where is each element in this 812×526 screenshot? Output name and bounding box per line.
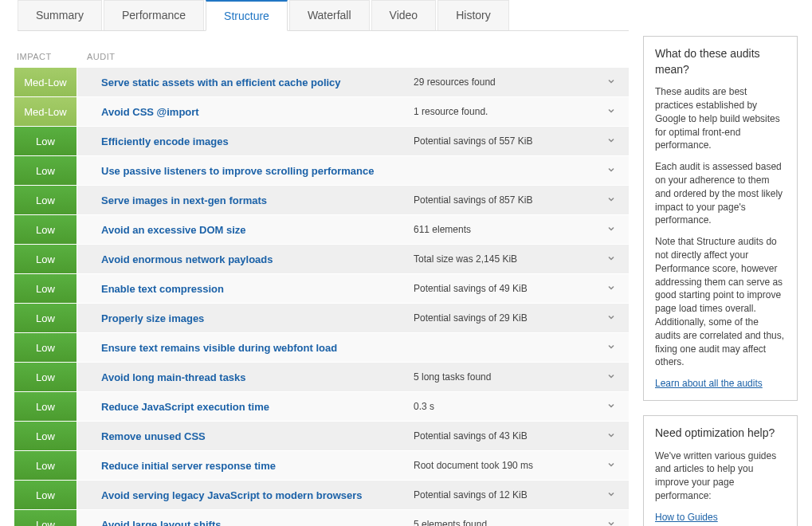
box-text: Each audit is assessed based on your adh…	[655, 160, 786, 227]
audit-title-link[interactable]: Avoid serving legacy JavaScript to moder…	[101, 489, 414, 501]
impact-badge: Low	[14, 363, 76, 391]
tab-summary[interactable]: Summary	[18, 0, 102, 30]
audit-title-link[interactable]: Avoid an excessive DOM size	[101, 224, 414, 236]
audit-detail: Potential savings of 29 KiB	[414, 312, 605, 324]
audit-row: LowAvoid enormous network payloadsTotal …	[14, 245, 629, 273]
impact-badge: Low	[14, 304, 76, 332]
audit-detail: Root document took 190 ms	[414, 460, 605, 471]
impact-badge: Low	[14, 392, 76, 421]
header-impact: IMPACT	[17, 52, 79, 61]
audit-title-link[interactable]: Avoid enormous network payloads	[101, 253, 414, 265]
audit-title-link[interactable]: Reduce JavaScript execution time	[101, 401, 414, 413]
chevron-down-icon[interactable]	[605, 489, 622, 501]
audit-title-link[interactable]: Properly size images	[101, 312, 414, 324]
header-audit: AUDIT	[79, 52, 629, 61]
tab-waterfall[interactable]: Waterfall	[289, 0, 370, 30]
audit-row: LowEfficiently encode imagesPotential sa…	[14, 127, 629, 155]
chevron-down-icon[interactable]	[605, 283, 622, 295]
box-text: These audits are best practices establis…	[655, 85, 786, 152]
audit-title-link[interactable]: Serve images in next-gen formats	[101, 194, 414, 206]
tab-history[interactable]: History	[437, 0, 509, 30]
impact-badge: Low	[14, 215, 76, 244]
impact-badge: Low	[14, 274, 76, 303]
impact-badge: Low	[14, 422, 76, 450]
chevron-down-icon[interactable]	[605, 371, 622, 383]
chevron-down-icon[interactable]	[605, 430, 622, 442]
audit-detail: 611 elements	[414, 224, 605, 235]
audit-detail: 1 resource found.	[414, 106, 605, 117]
chevron-down-icon[interactable]	[605, 135, 622, 147]
impact-badge: Low	[14, 451, 76, 480]
chevron-down-icon[interactable]	[605, 194, 622, 206]
tabs: SummaryPerformanceStructureWaterfallVide…	[18, 0, 629, 31]
impact-badge: Med-Low	[14, 68, 76, 96]
box-text: We've written various guides and article…	[655, 449, 786, 503]
audit-title-link[interactable]: Ensure text remains visible during webfo…	[101, 342, 414, 354]
chevron-down-icon[interactable]	[605, 77, 622, 88]
impact-badge: Low	[14, 333, 76, 362]
audit-row: LowEnable text compressionPotential savi…	[14, 274, 629, 303]
audit-row: LowReduce initial server response timeRo…	[14, 451, 629, 480]
tab-video[interactable]: Video	[371, 0, 437, 30]
audit-title-link[interactable]: Avoid CSS @import	[101, 106, 414, 118]
audit-list: Med-LowServe static assets with an effic…	[14, 68, 629, 526]
box-title: Need optimization help?	[655, 426, 786, 442]
audit-detail: Total size was 2,145 KiB	[414, 253, 605, 265]
audit-detail: 5 long tasks found	[414, 371, 605, 383]
audit-title-link[interactable]: Enable text compression	[101, 283, 414, 295]
audit-row: LowAvoid serving legacy JavaScript to mo…	[14, 481, 629, 509]
audit-row: Med-LowServe static assets with an effic…	[14, 68, 629, 96]
chevron-down-icon[interactable]	[605, 401, 622, 413]
audit-detail: Potential savings of 12 KiB	[414, 489, 605, 500]
audit-row: LowReduce JavaScript execution time0.3 s	[14, 392, 629, 421]
audit-detail: 5 elements found	[414, 519, 605, 526]
chevron-down-icon[interactable]	[605, 519, 622, 527]
how-to-guides-link[interactable]: How to Guides	[655, 511, 786, 524]
audit-detail: Potential savings of 43 KiB	[414, 430, 605, 442]
audit-detail: Potential savings of 557 KiB	[414, 135, 605, 147]
audit-detail: 29 resources found	[414, 77, 605, 88]
audit-row: LowAvoid long main-thread tasks5 long ta…	[14, 363, 629, 391]
impact-badge: Low	[14, 186, 76, 214]
audit-title-link[interactable]: Avoid long main-thread tasks	[101, 371, 414, 383]
impact-badge: Low	[14, 156, 76, 185]
chevron-down-icon[interactable]	[605, 165, 622, 177]
chevron-down-icon[interactable]	[605, 312, 622, 324]
learn-audits-link[interactable]: Learn about all the audits	[655, 378, 763, 389]
audit-row: LowAvoid large layout shifts5 elements f…	[14, 510, 629, 526]
chevron-down-icon[interactable]	[605, 106, 622, 118]
chevron-down-icon[interactable]	[605, 460, 622, 472]
audit-row: LowAvoid an excessive DOM size611 elemen…	[14, 215, 629, 244]
box-title: What do these audits mean?	[655, 46, 786, 77]
audit-detail: Potential savings of 857 KiB	[414, 194, 605, 206]
audit-detail: 0.3 s	[414, 401, 605, 412]
audit-row: LowRemove unused CSSPotential savings of…	[14, 422, 629, 450]
audit-title-link[interactable]: Reduce initial server response time	[101, 460, 414, 472]
audit-title-link[interactable]: Use passive listeners to improve scrolli…	[101, 165, 414, 177]
tab-performance[interactable]: Performance	[104, 0, 204, 30]
box-text: Note that Structure audits do not direct…	[655, 235, 786, 369]
audit-detail: Potential savings of 49 KiB	[414, 283, 605, 294]
sidebar-box-optimization-help: Need optimization help? We've written va…	[643, 415, 798, 526]
audit-row: LowServe images in next-gen formatsPoten…	[14, 186, 629, 214]
impact-badge: Med-Low	[14, 97, 76, 126]
audit-title-link[interactable]: Efficiently encode images	[101, 135, 414, 147]
audit-title-link[interactable]: Serve static assets with an efficient ca…	[101, 77, 414, 88]
audit-title-link[interactable]: Remove unused CSS	[101, 430, 414, 442]
audit-row: LowProperly size imagesPotential savings…	[14, 304, 629, 332]
sidebar-box-audits-meaning: What do these audits mean? These audits …	[643, 36, 798, 401]
chevron-down-icon[interactable]	[605, 253, 622, 265]
audit-row: Med-LowAvoid CSS @import1 resource found…	[14, 97, 629, 126]
impact-badge: Low	[14, 481, 76, 509]
chevron-down-icon[interactable]	[605, 342, 622, 354]
table-header: IMPACT AUDIT	[14, 47, 629, 68]
chevron-down-icon[interactable]	[605, 224, 622, 236]
audit-row: LowUse passive listeners to improve scro…	[14, 156, 629, 185]
impact-badge: Low	[14, 245, 76, 273]
audit-title-link[interactable]: Avoid large layout shifts	[101, 519, 414, 527]
impact-badge: Low	[14, 510, 76, 526]
audit-row: LowEnsure text remains visible during we…	[14, 333, 629, 362]
impact-badge: Low	[14, 127, 76, 155]
tab-structure[interactable]: Structure	[206, 0, 288, 31]
